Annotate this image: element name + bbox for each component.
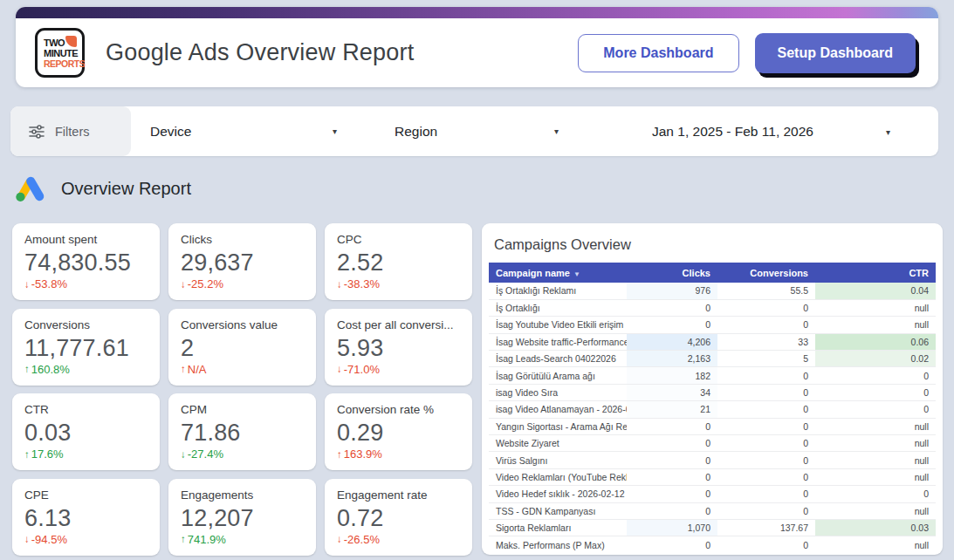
column-header-conversions[interactable]: Conversions xyxy=(717,263,815,283)
cell-ctr: null xyxy=(815,502,936,519)
table-row: Yangın Sigortası - Arama Ağı Reklamı00nu… xyxy=(489,418,936,434)
setup-dashboard-button[interactable]: Setup Dashboard xyxy=(755,33,916,73)
cell-ctr: null xyxy=(815,299,936,316)
table-row: İsag Website traffic-Performance4,206330… xyxy=(489,333,936,350)
table-row: İş Ortaklığı00null xyxy=(489,299,936,316)
filters-sliders-icon xyxy=(28,123,45,140)
kpi-card: CPE 6.13 ↓ -94.5% xyxy=(12,479,160,556)
cell-clicks: 1,070 xyxy=(627,519,717,536)
kpi-delta: ↓ -27.4% xyxy=(181,447,304,461)
cell-clicks: 0 xyxy=(627,418,717,434)
cell-clicks: 182 xyxy=(627,367,717,384)
cell-conversions: 0 xyxy=(717,299,815,316)
cell-ctr: null xyxy=(815,418,936,434)
cell-clicks: 0 xyxy=(627,435,717,452)
chevron-down-icon: ▾ xyxy=(333,126,337,136)
delta-arrow-icon: ↓ xyxy=(181,449,186,460)
header-gradient-bar xyxy=(16,7,938,18)
kpi-value: 2.52 xyxy=(337,250,460,276)
cell-clicks: 0 xyxy=(627,468,717,485)
kpi-delta-text: 163.9% xyxy=(344,447,382,461)
table-header-row: Campaign name▼ Clicks Conversions CTR xyxy=(489,263,936,283)
kpi-label: Amount spent xyxy=(24,233,148,246)
cell-ctr: null xyxy=(815,452,936,468)
cell-name: TSS - GDN Kampanyası xyxy=(489,502,627,519)
table-row: Website Ziyaret00null xyxy=(489,435,936,452)
cell-clicks: 976 xyxy=(627,283,717,299)
device-filter-dropdown[interactable]: Device ▾ xyxy=(131,106,351,156)
cell-conversions: 0 xyxy=(717,452,815,468)
cell-ctr: 0 xyxy=(815,384,936,400)
chevron-down-icon: ▾ xyxy=(554,126,559,136)
cell-clicks: 4,206 xyxy=(627,333,717,350)
table-row: Video Hedef sıklık - 2026-02-12000 xyxy=(489,486,936,502)
cell-conversions: 33 xyxy=(717,333,815,350)
kpi-delta-text: 741.9% xyxy=(188,533,226,546)
header-buttons: More Dashboard Setup Dashboard xyxy=(578,33,916,73)
filter-bar: Filters Device ▾ Region ▾ Jan 1, 2025 - … xyxy=(10,106,938,156)
delta-arrow-icon: ↓ xyxy=(337,364,342,374)
table-row: İsag Leads-Search 040220262,16350.02 xyxy=(489,351,936,367)
dashboard-page: { "header": { "logo": { "line1": "TWO", … xyxy=(0,0,954,560)
delta-arrow-icon: ↑ xyxy=(24,364,30,374)
kpi-delta-text: -53.8% xyxy=(31,277,67,290)
delta-arrow-icon: ↓ xyxy=(181,279,186,290)
cell-conversions: 137.67 xyxy=(717,519,815,536)
header-card: TWO MINUTE REPORTS Google Ads Overview R… xyxy=(16,7,938,87)
kpi-card: CPM 71.86 ↓ -27.4% xyxy=(168,393,316,470)
cell-conversions: 0 xyxy=(717,502,815,519)
table-row: İsag Youtube Video Etkili erişim00null xyxy=(489,317,936,333)
kpi-label: Conversions xyxy=(24,318,148,331)
section-header: Overview Report xyxy=(14,172,191,205)
cell-name: Yangın Sigortası - Arama Ağı Reklamı xyxy=(489,418,627,434)
kpi-delta: ↓ -71.0% xyxy=(337,363,460,376)
kpi-card: Engagements 12,207 ↑ 741.9% xyxy=(168,479,316,556)
cell-clicks: 0 xyxy=(627,486,717,502)
delta-arrow-icon: ↓ xyxy=(337,279,342,290)
cell-name: İş Ortaklığı Reklamı xyxy=(489,283,627,299)
table-title: Campaigns Overview xyxy=(489,223,936,263)
kpi-delta-text: -38.3% xyxy=(344,277,380,290)
kpi-delta-text: N/A xyxy=(188,363,207,376)
region-filter-dropdown[interactable]: Region ▾ xyxy=(351,106,580,156)
more-dashboard-button[interactable]: More Dashboard xyxy=(578,34,738,72)
kpi-delta: ↓ -26.5% xyxy=(337,533,460,546)
cell-conversions: 0 xyxy=(717,401,815,418)
kpi-label: CPE xyxy=(24,488,148,502)
cell-conversions: 5 xyxy=(717,351,815,367)
cell-name: Website Ziyaret xyxy=(489,435,627,452)
page-title: Google Ads Overview Report xyxy=(106,39,414,66)
table-row: İş Ortaklığı Reklamı97655.50.04 xyxy=(489,283,936,299)
kpi-delta-text: 160.8% xyxy=(31,363,70,376)
logo-line-3: REPORTS xyxy=(44,58,76,69)
kpi-delta: ↓ -25.2% xyxy=(181,277,304,290)
section-title: Overview Report xyxy=(61,179,191,199)
filters-chip: Filters xyxy=(10,106,131,156)
kpi-card: Conversion rate % 0.29 ↑ 163.9% xyxy=(325,393,472,470)
cell-ctr: null xyxy=(815,536,936,553)
column-header-ctr[interactable]: CTR xyxy=(815,263,936,283)
cell-clicks: 0 xyxy=(627,317,717,333)
kpi-delta: ↑ 160.8% xyxy=(24,363,148,376)
sort-caret-icon: ▼ xyxy=(573,270,580,278)
kpi-label: CPC xyxy=(337,233,460,246)
cell-name: İsag Youtube Video Etkili erişim xyxy=(489,317,627,333)
cell-name: Sigorta Reklamları xyxy=(489,519,627,536)
kpi-value: 5.93 xyxy=(337,336,460,361)
column-header-clicks[interactable]: Clicks xyxy=(627,263,717,283)
kpi-label: Conversions value xyxy=(181,318,304,331)
table-row: Sigorta Reklamları1,070137.670.03 xyxy=(489,519,936,536)
date-range-dropdown[interactable]: Jan 1, 2025 - Feb 11, 2026 ▾ xyxy=(580,106,938,156)
kpi-delta-text: -26.5% xyxy=(344,533,380,546)
delta-arrow-icon: ↓ xyxy=(24,279,30,290)
kpi-card: Engagement rate 0.72 ↓ -26.5% xyxy=(325,479,472,556)
cell-clicks: 0 xyxy=(627,536,717,553)
kpi-value: 0.03 xyxy=(24,420,148,446)
delta-arrow-icon: ↑ xyxy=(24,449,30,460)
kpi-label: CPM xyxy=(181,403,304,416)
column-header-campaign-name[interactable]: Campaign name▼ xyxy=(489,263,627,283)
kpi-value: 29,637 xyxy=(181,250,304,276)
kpi-card: CPC 2.52 ↓ -38.3% xyxy=(325,223,472,300)
cell-ctr: null xyxy=(815,317,936,333)
kpi-delta: ↑ N/A xyxy=(181,363,304,376)
